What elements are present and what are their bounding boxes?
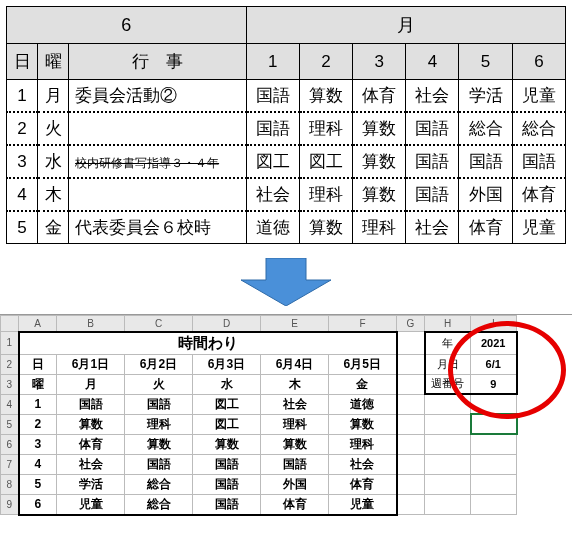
event-cell <box>69 178 246 211</box>
period-label[interactable]: 5 <box>19 474 57 494</box>
cell-empty[interactable] <box>471 454 517 474</box>
period-label[interactable]: 1 <box>19 394 57 414</box>
sheet-date-2[interactable]: 6月3日 <box>193 354 261 374</box>
colhdr-a[interactable]: A <box>19 316 57 332</box>
grid-cell[interactable]: 算数 <box>193 434 261 454</box>
day-cell: 1 <box>7 80 38 113</box>
cell-empty[interactable] <box>397 454 425 474</box>
grid-cell[interactable]: 算数 <box>57 414 125 434</box>
rowhdr-8[interactable]: 8 <box>1 474 19 494</box>
grid-cell[interactable]: 理科 <box>125 414 193 434</box>
grid-cell[interactable]: 国語 <box>125 454 193 474</box>
colhdr-d[interactable]: D <box>193 316 261 332</box>
cell-empty[interactable] <box>397 394 425 414</box>
grid-cell[interactable]: 総合 <box>125 494 193 515</box>
sheet-date-4[interactable]: 6月5日 <box>329 354 397 374</box>
colhdr-b[interactable]: B <box>57 316 125 332</box>
grid-cell[interactable]: 社会 <box>329 454 397 474</box>
cell-empty[interactable] <box>425 394 471 414</box>
sheet-date-0[interactable]: 6月1日 <box>57 354 125 374</box>
grid-cell[interactable]: 外国 <box>261 474 329 494</box>
grid-cell[interactable]: 国語 <box>193 494 261 515</box>
sheet-title[interactable]: 時間わり <box>19 332 397 355</box>
colhdr-i[interactable]: I <box>471 316 517 332</box>
rowhdr-5[interactable]: 5 <box>1 414 19 434</box>
cell-empty[interactable] <box>471 494 517 515</box>
grid-cell[interactable]: 学活 <box>57 474 125 494</box>
rowhdr-9[interactable]: 9 <box>1 494 19 515</box>
colhdr-c[interactable]: C <box>125 316 193 332</box>
rowhdr-7[interactable]: 7 <box>1 454 19 474</box>
grid-cell[interactable]: 算数 <box>125 434 193 454</box>
side-md-val[interactable]: 6/1 <box>471 354 517 374</box>
cell-g1[interactable] <box>397 332 425 355</box>
rowhdr-1[interactable]: 1 <box>1 332 19 355</box>
side-year-label[interactable]: 年 <box>425 332 471 355</box>
cell-g3[interactable] <box>397 374 425 394</box>
cell-empty[interactable] <box>471 474 517 494</box>
grid-cell[interactable]: 理科 <box>261 414 329 434</box>
colhdr-h[interactable]: H <box>425 316 471 332</box>
dow-cell: 木 <box>38 178 69 211</box>
grid-cell[interactable]: 算数 <box>261 434 329 454</box>
cell-empty[interactable] <box>425 454 471 474</box>
colhdr-e[interactable]: E <box>261 316 329 332</box>
grid-cell[interactable]: 理科 <box>329 434 397 454</box>
grid-cell[interactable]: 総合 <box>125 474 193 494</box>
colhdr-f[interactable]: F <box>329 316 397 332</box>
side-md-label[interactable]: 月日 <box>425 354 471 374</box>
sheet-dow-3[interactable]: 木 <box>261 374 329 394</box>
grid-cell[interactable]: 体育 <box>329 474 397 494</box>
sheet-date-1[interactable]: 6月2日 <box>125 354 193 374</box>
sheet-dow-0[interactable]: 月 <box>57 374 125 394</box>
cell-g2[interactable] <box>397 354 425 374</box>
grid-cell[interactable]: 社会 <box>57 454 125 474</box>
grid-cell[interactable]: 図工 <box>193 394 261 414</box>
cell-empty[interactable] <box>471 414 517 434</box>
grid-cell[interactable]: 国語 <box>193 454 261 474</box>
rowhdr-2[interactable]: 2 <box>1 354 19 374</box>
period-label[interactable]: 2 <box>19 414 57 434</box>
corner-cell[interactable] <box>1 316 19 332</box>
cell-empty[interactable] <box>471 394 517 414</box>
cell-empty[interactable] <box>425 474 471 494</box>
rowhdr-4[interactable]: 4 <box>1 394 19 414</box>
cell-empty[interactable] <box>397 434 425 454</box>
sheet-hdr-day[interactable]: 日 <box>19 354 57 374</box>
period-label[interactable]: 3 <box>19 434 57 454</box>
grid-cell[interactable]: 道徳 <box>329 394 397 414</box>
grid-cell[interactable]: 図工 <box>193 414 261 434</box>
rowhdr-6[interactable]: 6 <box>1 434 19 454</box>
side-wk-val[interactable]: 9 <box>471 374 517 394</box>
spreadsheet[interactable]: A B C D E F G H I 1 時間わり 年 2021 2 日 6月1日… <box>0 315 518 516</box>
cell-empty[interactable] <box>397 414 425 434</box>
sheet-dow-4[interactable]: 金 <box>329 374 397 394</box>
colhdr-g[interactable]: G <box>397 316 425 332</box>
subject-cell: 理科 <box>299 112 352 145</box>
grid-cell[interactable]: 児童 <box>57 494 125 515</box>
cell-empty[interactable] <box>397 474 425 494</box>
cell-empty[interactable] <box>425 494 471 515</box>
period-label[interactable]: 4 <box>19 454 57 474</box>
rowhdr-3[interactable]: 3 <box>1 374 19 394</box>
grid-cell[interactable]: 国語 <box>261 454 329 474</box>
cell-empty[interactable] <box>425 414 471 434</box>
cell-empty[interactable] <box>471 434 517 454</box>
cell-empty[interactable] <box>397 494 425 515</box>
side-year-val[interactable]: 2021 <box>471 332 517 355</box>
grid-cell[interactable]: 児童 <box>329 494 397 515</box>
grid-cell[interactable]: 算数 <box>329 414 397 434</box>
side-wk-label[interactable]: 週番号 <box>425 374 471 394</box>
grid-cell[interactable]: 国語 <box>125 394 193 414</box>
sheet-dow-1[interactable]: 火 <box>125 374 193 394</box>
grid-cell[interactable]: 国語 <box>57 394 125 414</box>
cell-empty[interactable] <box>425 434 471 454</box>
grid-cell[interactable]: 社会 <box>261 394 329 414</box>
sheet-date-3[interactable]: 6月4日 <box>261 354 329 374</box>
grid-cell[interactable]: 体育 <box>261 494 329 515</box>
period-label[interactable]: 6 <box>19 494 57 515</box>
sheet-hdr-dow[interactable]: 曜 <box>19 374 57 394</box>
sheet-dow-2[interactable]: 水 <box>193 374 261 394</box>
grid-cell[interactable]: 国語 <box>193 474 261 494</box>
grid-cell[interactable]: 体育 <box>57 434 125 454</box>
